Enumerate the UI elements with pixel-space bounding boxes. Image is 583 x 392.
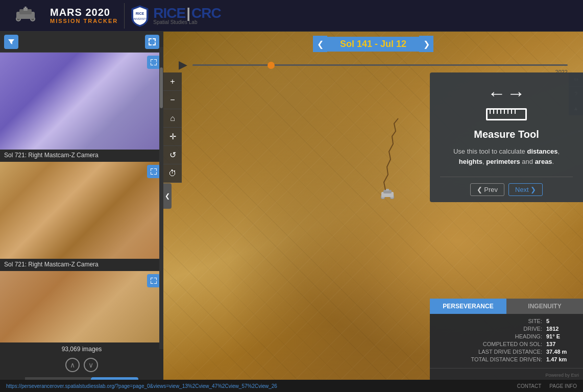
image-card-1[interactable]: Sol 721: Right Mastcam-Z Camera: [0, 53, 163, 162]
zoom-out-button[interactable]: −: [163, 91, 182, 109]
measure-icon: ← →: [486, 83, 527, 120]
tick-8: [515, 110, 516, 114]
esri-badge: Powered by Esri: [545, 373, 579, 378]
time-button[interactable]: ⏱: [163, 164, 182, 183]
info-data: SITE: 5 DRIVE: 1812 HEADING: 91° E COMPL…: [430, 314, 583, 368]
last-drive-value: 37.48 m: [546, 349, 577, 355]
view-tabs: Single Pairs Processed: [0, 374, 163, 380]
info-panel: PERSEVERANCE INGENUITY SITE: 5 DRIVE: 18…: [430, 299, 583, 380]
tick-4: [500, 110, 501, 114]
tab-perseverance[interactable]: PERSEVERANCE: [430, 299, 506, 314]
desc-and: and: [520, 158, 535, 165]
ruler-ticks: [490, 110, 523, 119]
sol-next-button[interactable]: ❯: [419, 36, 433, 52]
desc-comma-1: ,: [557, 148, 560, 155]
nav-up-button[interactable]: ∧: [65, 358, 80, 372]
lab-label: Spatial Studies Lab: [153, 19, 221, 25]
drive-label: DRIVE:: [436, 326, 542, 332]
mars-title-main: MARS 2020: [50, 7, 118, 18]
measure-desc-text-1: Use this tool to calculate: [453, 148, 527, 155]
total-value: 1.47 km: [546, 356, 577, 362]
sol-prev-button[interactable]: ❮: [313, 36, 327, 52]
tab-single[interactable]: Single: [25, 377, 60, 380]
svg-rect-6: [23, 8, 28, 11]
tab-pairs[interactable]: Pairs: [60, 377, 91, 380]
image-count: 93,069 images: [0, 342, 163, 356]
measure-tool-panel: ← →: [430, 72, 583, 202]
mars-logo: [5, 3, 46, 29]
image-thumb-2: [0, 162, 163, 259]
nav-arrows: ∧ ∨: [0, 356, 163, 374]
image-card-3[interactable]: [0, 271, 163, 342]
map-tools-left: + − ⌂ ✛ ↺ ⏱: [163, 72, 182, 183]
tab-processed[interactable]: Processed: [91, 377, 138, 380]
heading-value: 91° E: [546, 333, 577, 339]
rice-text: RICE | CRC Spatial Studies Lab: [153, 6, 221, 25]
info-row-heading: HEADING: 91° E: [436, 333, 577, 339]
drive-value: 1812: [546, 326, 577, 332]
image-card-2[interactable]: Sol 721: Right Mastcam-Z Camera: [0, 162, 163, 271]
desc-period: .: [552, 158, 554, 165]
completed-value: 137: [546, 341, 577, 347]
rice-shield-icon: RICE UNIVERSITY: [131, 5, 149, 27]
image-label-2: Sol 721: Right Mastcam-Z Camera: [0, 259, 163, 271]
rover-icon: [14, 7, 37, 24]
nav-down-button[interactable]: ∨: [84, 358, 98, 372]
tick-6: [507, 110, 508, 114]
svg-text:UNIVERSITY: UNIVERSITY: [132, 17, 148, 20]
rice-logo: RICE UNIVERSITY RICE | CRC Spatial Studi…: [131, 5, 221, 27]
header-divider: [124, 3, 125, 29]
collapse-sidebar-button[interactable]: ❮: [163, 183, 172, 209]
expand-image-1[interactable]: [147, 56, 160, 69]
play-button[interactable]: ▶: [179, 58, 187, 71]
page-info-link[interactable]: PAGE INFO: [549, 383, 577, 389]
measure-title: Measure Tool: [474, 129, 539, 140]
svg-rect-15: [386, 189, 389, 191]
heights-text: heights: [459, 158, 482, 165]
svg-point-8: [25, 7, 27, 8]
rotate-button[interactable]: ↺: [163, 146, 182, 164]
pan-button[interactable]: ✛: [163, 128, 182, 146]
rice-name: RICE: [153, 6, 185, 20]
last-drive-label: LAST DRIVE DISTANCE:: [436, 349, 542, 355]
tick-1: [490, 110, 491, 114]
right-arrow-icon: →: [507, 83, 525, 104]
expand-image-3[interactable]: [147, 274, 160, 287]
app-header: MARS 2020 MISSION TRACKER RICE UNIVERSIT…: [0, 0, 583, 32]
info-row-last-drive: LAST DRIVE DISTANCE: 37.48 m: [436, 349, 577, 355]
expand-button[interactable]: [145, 35, 159, 49]
map-area[interactable]: ❮ Sol 141 - Jul 12 ❯ ▶ 2022 + − ⌂ ✛ ↺ ⏱ …: [163, 32, 583, 380]
total-label: TOTAL DISTANCE DRIVEN:: [436, 356, 542, 362]
timeline-bar: ▶ 2022: [179, 58, 568, 71]
left-arrow-icon: ←: [488, 83, 506, 104]
image-label-1: Sol 721: Right Mastcam-Z Camera: [0, 150, 163, 162]
site-label: SITE:: [436, 318, 542, 324]
rover-on-map: [380, 189, 395, 201]
sol-display: Sol 141 - Jul 12: [327, 37, 419, 52]
sidebar-scrollbar[interactable]: [159, 47, 163, 349]
timeline-dot[interactable]: [268, 62, 275, 69]
contact-link[interactable]: CONTACT: [517, 383, 542, 389]
expand-image-2[interactable]: [147, 165, 160, 178]
site-value: 5: [546, 318, 577, 324]
mars-title: MARS 2020 MISSION TRACKER: [50, 7, 118, 24]
svg-text:RICE: RICE: [136, 12, 144, 15]
measure-prev-button[interactable]: ❮ Prev: [470, 183, 504, 196]
info-tabs: PERSEVERANCE INGENUITY: [430, 299, 583, 314]
areas-text: areas: [535, 158, 552, 165]
tab-ingenuity[interactable]: INGENUITY: [506, 299, 583, 314]
measure-next-button[interactable]: Next ❯: [508, 183, 543, 196]
measure-navigation: ❮ Prev Next ❯: [440, 177, 573, 196]
tick-2: [493, 110, 494, 114]
zoom-in-button[interactable]: +: [163, 72, 182, 91]
crc-text: CRC: [191, 6, 221, 20]
filter-button[interactable]: [4, 35, 18, 49]
page-url: https://perseverancerover.spatialstudies…: [6, 383, 277, 389]
pipe-icon: |: [186, 6, 190, 20]
home-button[interactable]: ⌂: [163, 109, 182, 128]
distances-text: distances: [527, 148, 557, 155]
timeline-track[interactable]: 2022: [192, 64, 568, 66]
ruler-arrows: ← →: [488, 83, 525, 104]
info-row-site: SITE: 5: [436, 318, 577, 324]
bottom-right-links: CONTACT PAGE INFO: [517, 383, 577, 389]
